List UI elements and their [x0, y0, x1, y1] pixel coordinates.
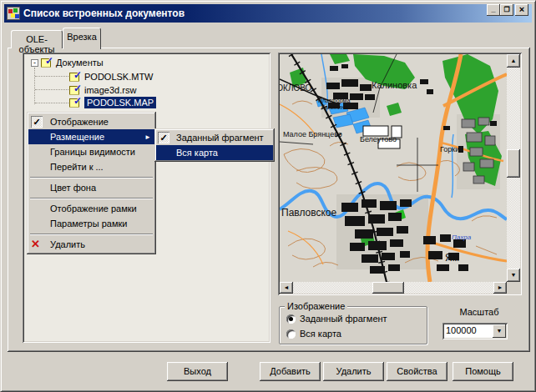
submenu-item-fragment[interactable]: ✓ Заданный фрагмент	[156, 130, 273, 145]
map-label: Ям	[445, 253, 459, 263]
image-groupbox-title: Изображение	[285, 301, 347, 311]
menu-separator	[28, 174, 154, 180]
tab-label: Врезка	[67, 32, 97, 42]
delete-x-icon: ✕	[31, 238, 40, 250]
map-label: Белеутово	[360, 136, 397, 143]
radio-icon[interactable]	[286, 329, 296, 339]
menu-item-label: Перейти к ...	[50, 162, 104, 172]
menu-item-label: Отображение рамки	[50, 204, 137, 214]
map-label: Горки	[440, 146, 459, 153]
titlebar[interactable]: Список встроенных документов	[4, 4, 532, 23]
image-groupbox: Изображение Заданный фрагмент Вся карта	[279, 306, 427, 344]
help-button[interactable]: Помощь	[453, 362, 513, 381]
menu-separator	[28, 195, 154, 201]
map-label: Калинина	[321, 104, 348, 110]
radio-fragment[interactable]: Заданный фрагмент	[286, 314, 387, 324]
radio-label: Заданный фрагмент	[300, 314, 387, 324]
map-label: ЮКЛОВО	[280, 84, 311, 93]
radio-icon[interactable]	[286, 314, 296, 324]
submenu-item-label: Вся карта	[176, 148, 218, 158]
close-button[interactable]: ×	[515, 4, 528, 16]
menu-item-label: Размещение	[50, 132, 104, 142]
map-preview-frame: ЮКЛОВО Платформа Калинина Калиновка Мало…	[278, 53, 522, 295]
tab-ole-objects[interactable]: OLE-объекты	[11, 30, 63, 48]
dialog-window: Список встроенных документов _ ❐ × OLE-о…	[0, 0, 536, 392]
context-menu: ✓ Отображение Размещение ► Границы видим…	[27, 112, 156, 254]
tree-item-label-selected: PODOLSK.MAP	[84, 97, 156, 108]
menu-separator	[28, 231, 154, 237]
tree-connector	[34, 68, 35, 104]
check-icon: ✓	[158, 132, 169, 143]
menu-item-placement[interactable]: Размещение ►	[28, 129, 154, 144]
submenu-item-whole-map[interactable]: Вся карта	[156, 145, 273, 160]
map-label: Павловское	[281, 208, 336, 218]
menu-item-label: Параметры рамки	[50, 219, 127, 229]
maximize-button[interactable]: ❐	[500, 4, 513, 16]
menu-item-visibility-bounds[interactable]: Границы видимости	[28, 144, 154, 159]
map-horizontal-scrollbar[interactable]: ◄ ►	[280, 282, 507, 294]
scroll-right-button[interactable]: ►	[493, 282, 507, 294]
horizontal-scroll-thumb[interactable]	[372, 282, 404, 294]
map-label: Платформа	[318, 98, 350, 103]
scroll-down-button[interactable]: ▼	[507, 269, 520, 282]
tree-connector	[35, 103, 68, 103]
delete-button[interactable]: Удалить	[323, 362, 384, 381]
menu-item-label: Отображение	[50, 117, 109, 127]
radio-label: Вся карта	[300, 329, 341, 339]
tree-item-podolsk-map[interactable]: ✓ PODOLSK.MAP	[69, 96, 156, 109]
document-icon: ✓	[69, 98, 82, 108]
scale-label: Масштаб	[450, 307, 508, 317]
menu-item-delete[interactable]: ✕ Удалить	[28, 237, 154, 252]
map-label: Малое Брянцево	[283, 131, 342, 138]
dropdown-arrow-icon[interactable]: ▼	[493, 324, 506, 338]
tree-item-label: PODOLSK.MTW	[84, 72, 154, 82]
minimize-button[interactable]: _	[487, 4, 500, 16]
scale-value: 100000	[446, 325, 477, 335]
tree-item-label: image3d.rsw	[84, 85, 136, 95]
menu-item-label: Цвет фона	[50, 183, 96, 193]
tree-connector	[35, 89, 68, 90]
vertical-scroll-thumb[interactable]	[507, 149, 520, 178]
tree-root-label: Документы	[56, 58, 104, 68]
scroll-up-button[interactable]: ▲	[507, 54, 520, 68]
submenu-arrow-icon: ►	[144, 133, 151, 141]
scale-combobox[interactable]: 100000 ▼	[442, 323, 508, 339]
tree-collapse-toggle[interactable]: -	[31, 59, 38, 67]
menu-item-go-to[interactable]: Перейти к ...	[28, 159, 154, 174]
window-title: Список встроенных документов	[23, 8, 185, 19]
document-icon: ✓	[69, 72, 82, 83]
tab-label: OLE-объекты	[19, 34, 55, 54]
app-icon	[7, 7, 20, 20]
map-preview[interactable]: ЮКЛОВО Платформа Калинина Калиновка Мало…	[280, 54, 507, 282]
document-icon: ✓	[41, 58, 53, 68]
scrollbar-corner	[507, 282, 520, 294]
menu-item-frame-display[interactable]: Отображение рамки	[28, 201, 154, 216]
map-label-river: Пахра	[452, 234, 471, 241]
submenu-item-label: Заданный фрагмент	[176, 133, 264, 143]
menu-item-frame-parameters[interactable]: Параметры рамки	[28, 216, 154, 231]
tab-vrezka[interactable]: Врезка	[63, 28, 101, 49]
add-button[interactable]: Добавить	[260, 362, 321, 381]
menu-item-label: Удалить	[50, 239, 85, 249]
map-label: Калиновка	[372, 81, 417, 90]
radio-whole-map[interactable]: Вся карта	[286, 329, 341, 339]
tree-root-row[interactable]: ✓ Документы	[41, 56, 104, 69]
scroll-left-button[interactable]: ◄	[280, 282, 293, 294]
menu-item-display[interactable]: ✓ Отображение	[28, 114, 154, 129]
map-vertical-scrollbar[interactable]: ▲ ▼	[507, 54, 520, 282]
properties-button[interactable]: Свойства	[387, 362, 448, 381]
tree-item-podolsk-mtw[interactable]: ✓ PODOLSK.MTW	[69, 70, 154, 83]
exit-button[interactable]: Выход	[167, 362, 228, 381]
menu-item-label: Границы видимости	[50, 147, 135, 157]
placement-submenu: ✓ Заданный фрагмент Вся карта	[154, 128, 275, 162]
check-icon: ✓	[31, 116, 43, 128]
tree-connector	[35, 76, 68, 77]
menu-item-background-color[interactable]: Цвет фона	[28, 180, 154, 195]
